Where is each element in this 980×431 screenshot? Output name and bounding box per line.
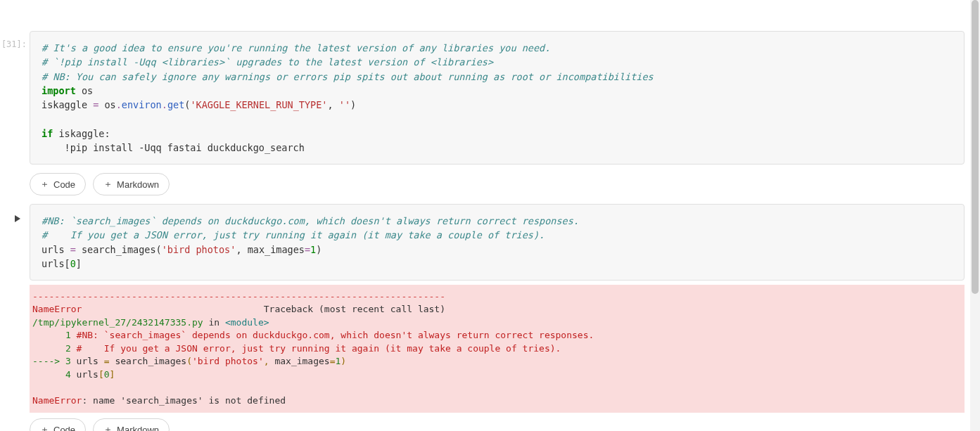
keyword-import: import <box>42 85 76 96</box>
code-cell-1: [31]: # It's a good idea to ensure you'r… <box>0 31 965 165</box>
error-class: NameError <box>32 395 82 406</box>
number-literal: 1 <box>310 244 316 255</box>
code-cell-2: #NB: `search_images` depends on duckduck… <box>0 204 965 281</box>
traceback-divider: ----------------------------------------… <box>32 291 445 302</box>
traceback-lineno: 4 <box>32 369 71 380</box>
traceback-file: /tmp/ipykernel_27/2432147335.py <box>32 317 203 328</box>
add-markdown-button[interactable]: ＋ Markdown <box>93 418 170 431</box>
module-name: os <box>76 85 93 96</box>
add-code-button[interactable]: ＋ Code <box>30 418 86 431</box>
traceback-lineno: 2 <box>32 343 71 354</box>
add-code-button[interactable]: ＋ Code <box>30 173 86 195</box>
code-input-area[interactable]: #NB: `search_images` depends on duckduck… <box>30 204 965 281</box>
add-cell-buttons: ＋ Code ＋ Markdown <box>30 173 965 195</box>
plus-icon: ＋ <box>103 423 113 431</box>
plus-icon: ＋ <box>40 423 49 431</box>
run-gutter <box>4 204 31 281</box>
error-message: : name 'search_images' is not defined <box>82 395 286 406</box>
variable: iskaggle <box>42 99 93 110</box>
notebook-container: [31]: # It's a good idea to ensure you'r… <box>0 0 980 431</box>
traceback-scope: <module> <box>225 317 269 328</box>
code-comment: # NB: You can safely ignore any warnings… <box>42 71 654 82</box>
code-comment: # It's a good idea to ensure you're runn… <box>42 42 550 53</box>
traceback-lineno: 1 <box>32 330 71 340</box>
string-literal: 'bird photos' <box>162 244 236 255</box>
add-markdown-label: Markdown <box>117 179 159 190</box>
code-input-area[interactable]: # It's a good idea to ensure you're runn… <box>30 31 965 165</box>
cell-error-output: ----------------------------------------… <box>0 285 965 413</box>
execution-count: [31]: <box>0 31 30 165</box>
code-comment: # If you get a JSON error, just try runn… <box>42 229 545 240</box>
add-code-label: Code <box>53 425 75 431</box>
code-comment: # `!pip install -Uqq <libraries>` upgrad… <box>42 56 493 67</box>
string-literal: 'KAGGLE_KERNEL_RUN_TYPE' <box>190 99 327 110</box>
keyword-if: if <box>42 128 53 139</box>
string-literal: '' <box>339 99 350 110</box>
number-literal: 0 <box>70 258 76 269</box>
scrollbar-thumb[interactable] <box>972 0 979 294</box>
traceback-arrow: ----> <box>32 356 65 366</box>
add-code-label: Code <box>53 179 75 190</box>
add-markdown-button[interactable]: ＋ Markdown <box>93 173 170 195</box>
traceback-output[interactable]: ----------------------------------------… <box>30 285 965 413</box>
run-cell-icon[interactable] <box>15 215 20 222</box>
plus-icon: ＋ <box>103 178 113 191</box>
code-comment: #NB: `search_images` depends on duckduck… <box>42 215 579 226</box>
add-markdown-label: Markdown <box>117 425 159 431</box>
add-cell-buttons: ＋ Code ＋ Markdown <box>30 418 965 431</box>
scrollbar-track[interactable] <box>970 0 980 431</box>
error-class: NameError <box>32 304 82 314</box>
traceback-label: Traceback (most recent call last) <box>264 304 445 314</box>
shell-magic-line: !pip install -Uqq fastai duckduckgo_sear… <box>42 142 305 153</box>
plus-icon: ＋ <box>40 178 49 191</box>
